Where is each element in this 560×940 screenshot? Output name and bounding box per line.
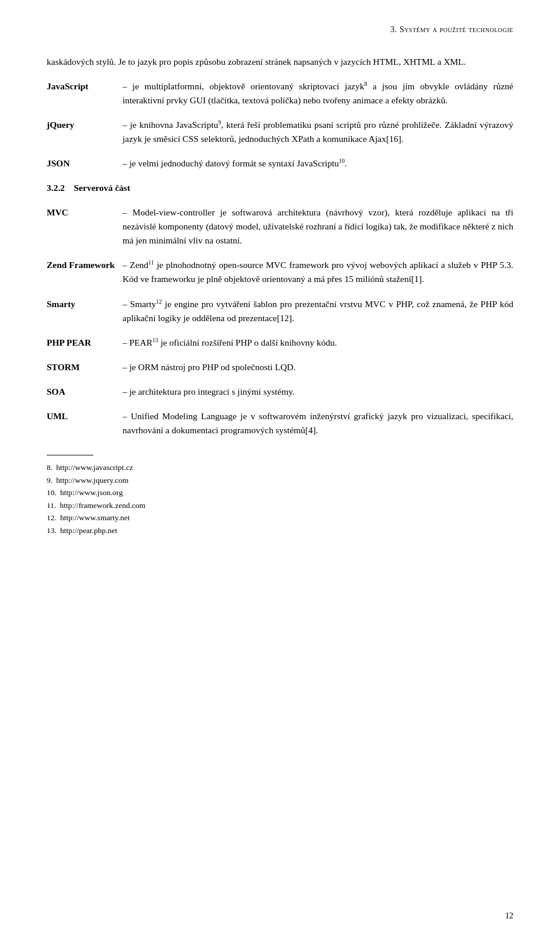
body-storm: – je ORM nástroj pro PHP od společnosti … [123,360,513,374]
page-header: 3. Systémy a použité technologie [47,23,513,36]
footnote-url-13: http://pear.php.net [60,524,117,537]
footnote-number-8: 8. [47,461,52,474]
footnote-number-9: 9. [47,474,52,487]
definition-smarty: Smarty – Smarty12 je engine pro vytvářen… [47,297,513,325]
definition-json: JSON – je velmi jednoduchý datový formát… [47,156,513,170]
body-smarty: – Smarty12 je engine pro vytváření šablo… [123,297,513,325]
footnote-11: 11. http://framework.zend.com [47,499,513,512]
footnote-divider [47,455,93,455]
chapter-title: 3. Systémy a použité technologie [390,25,513,34]
body-phppear: – PEAR13 je oficiální rozšíření PHP o da… [123,336,513,350]
definition-javascript: JavaScript – je multiplatformní, objekto… [47,79,513,107]
term-storm: STORM [47,360,123,374]
definition-storm: STORM – je ORM nástroj pro PHP od společ… [47,360,513,374]
term-uml: UML [47,409,123,423]
term-javascript: JavaScript [47,79,123,93]
intro-paragraph: kaskádových stylů. Je to jazyk pro popis… [47,55,513,69]
definition-zend: Zend Framework – Zend11 je plnohodnotný … [47,258,513,286]
subsection-heading: 3.2.2 Serverová část [47,181,513,195]
subsection-number: 3.2.2 [47,183,65,193]
page: 3. Systémy a použité technologie kaskádo… [0,0,560,940]
body-mvc: – Model-view-controller je softwarová ar… [123,206,513,248]
definition-jquery: jQuery – je knihovna JavaScriptu9, která… [47,118,513,146]
footnote-13: 13. http://pear.php.net [47,524,513,537]
footnote-number-13: 13. [47,524,57,537]
footnote-12: 12. http://www.smarty.net [47,511,513,524]
term-zend: Zend Framework [47,258,123,272]
term-smarty: Smarty [47,297,123,311]
body-soa: – je architektura pro integraci s jinými… [123,385,513,399]
footnote-8: 8. http://www.javascript.cz [47,461,513,474]
definition-uml: UML – Unified Modeling Language je v sof… [47,409,513,437]
footnote-url-9: http://www.jquery.com [56,474,128,487]
body-uml: – Unified Modeling Language je v softwar… [123,409,513,437]
footnote-number-11: 11. [47,499,56,512]
term-json: JSON [47,156,123,170]
definition-phppear: PHP PEAR – PEAR13 je oficiální rozšíření… [47,336,513,350]
body-json: – je velmi jednoduchý datový formát se s… [123,156,513,170]
footnote-number-12: 12. [47,511,57,524]
footnote-10: 10. http://www.json.org [47,486,513,499]
body-javascript: – je multiplatformní, objektově orientov… [123,79,513,107]
footnote-number-10: 10. [47,486,57,499]
definition-mvc: MVC – Model-view-controller je softwarov… [47,206,513,248]
body-zend: – Zend11 je plnohodnotný open-source MVC… [123,258,513,286]
term-phppear: PHP PEAR [47,336,123,350]
footnote-url-12: http://www.smarty.net [60,511,130,524]
footnote-9: 9. http://www.jquery.com [47,474,513,487]
subsection-title: Serverová část [74,183,131,193]
footnotes: 8. http://www.javascript.cz 9. http://ww… [47,461,513,537]
footnote-url-11: http://framework.zend.com [60,499,145,512]
definition-soa: SOA – je architektura pro integraci s ji… [47,385,513,399]
page-number: 12 [505,910,513,922]
term-soa: SOA [47,385,123,399]
body-jquery: – je knihovna JavaScriptu9, která řeší p… [123,118,513,146]
footnote-url-8: http://www.javascript.cz [56,461,133,474]
footnote-url-10: http://www.json.org [60,486,123,499]
term-jquery: jQuery [47,118,123,132]
term-mvc: MVC [47,206,123,220]
